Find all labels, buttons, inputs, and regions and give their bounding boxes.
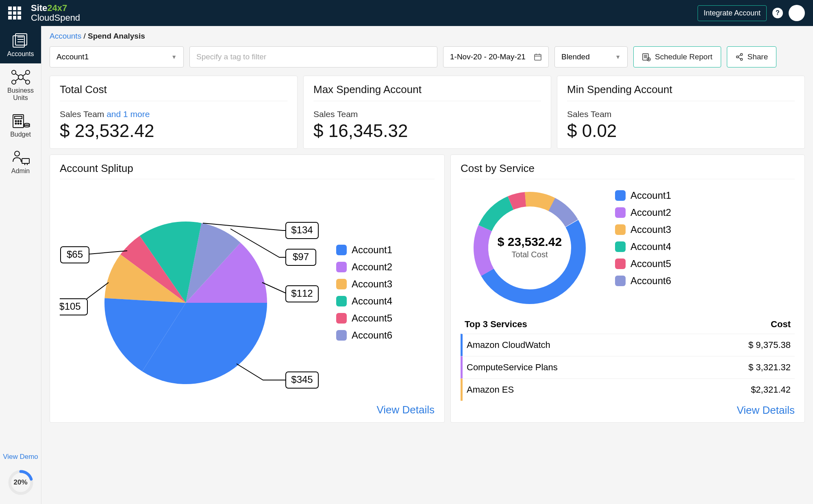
sidebar-item-business-units[interactable]: Business Units [0, 63, 41, 107]
svg-line-12 [15, 78, 19, 81]
sidebar-item-accounts[interactable]: Accounts [0, 26, 41, 63]
admin-icon [11, 150, 31, 166]
cost-by-service-panel: Cost by Service $ 23,532.42 Total Cost [450, 154, 805, 423]
account-select-value: Account1 [57, 52, 89, 61]
callout-value: $134 [291, 224, 313, 235]
legend-label: Account3 [352, 278, 392, 290]
card-value: $ 16,345.32 [313, 121, 541, 141]
svg-point-6 [12, 70, 16, 74]
table-row: Amazon CloudWatch$ 9,375.38 [461, 334, 795, 356]
donut-legend: Account1 Account2 Account3 Account4 Acco… [615, 190, 671, 287]
svg-point-43 [740, 59, 742, 61]
svg-point-8 [12, 80, 16, 84]
service-name: Amazon CloudWatch [467, 340, 748, 350]
tag-placeholder: Specify a tag to filter [196, 52, 266, 61]
legend-label: Account2 [630, 207, 671, 218]
schedule-report-button[interactable]: Schedule Report [633, 46, 721, 67]
account-splitup-panel: Account Splitup [50, 154, 445, 423]
apps-grid-icon[interactable] [8, 7, 21, 20]
panel-title: Cost by Service [461, 162, 795, 179]
share-button[interactable]: Share [727, 46, 777, 67]
sidebar-item-budget[interactable]: Budget [0, 107, 41, 144]
sidebar-item-admin[interactable]: Admin [0, 144, 41, 180]
svg-point-16 [15, 121, 16, 122]
sidebar-item-label: Admin [11, 167, 30, 174]
calendar-icon [534, 53, 542, 61]
callout-value: $97 [293, 251, 309, 262]
card-subtitle-extra[interactable]: and 1 more [107, 109, 150, 119]
cost-type-value: Blended [561, 52, 590, 61]
svg-point-24 [15, 151, 20, 156]
chevron-down-icon: ▼ [615, 54, 621, 60]
logo-subtitle: CloudSpend [31, 13, 80, 23]
callout-value: $105 [60, 301, 81, 312]
svg-line-13 [23, 78, 26, 81]
table-row: ComputeService Plans$ 3,321.32 [461, 356, 795, 378]
min-spending-card: Min Spending Account Sales Team $ 0.02 [557, 76, 805, 149]
breadcrumb-current: Spend Analysis [88, 32, 145, 40]
chevron-down-icon: ▼ [171, 54, 177, 60]
table-header: Cost [771, 319, 791, 330]
view-demo-link[interactable]: View Demo [3, 450, 38, 464]
svg-point-20 [17, 123, 19, 124]
panel-title: Account Splitup [60, 162, 435, 179]
svg-line-11 [23, 74, 26, 76]
share-label: Share [748, 52, 768, 61]
integrate-account-button[interactable]: Integrate Account [698, 5, 767, 21]
breadcrumb-root[interactable]: Accounts [50, 32, 81, 40]
logo-accent: 24x7 [47, 3, 67, 13]
service-cost: $2,321.42 [751, 385, 791, 395]
schedule-label: Schedule Report [655, 52, 713, 61]
service-cost: $ 3,321.32 [748, 362, 791, 373]
callout-value: $112 [291, 288, 313, 299]
card-subtitle: Sales Team [567, 109, 795, 119]
legend-label: Account5 [630, 258, 671, 269]
sidebar-item-label: Budget [10, 131, 31, 138]
max-spending-card: Max Spending Account Sales Team $ 16,345… [303, 76, 551, 149]
progress-value: 20% [7, 469, 34, 496]
svg-point-41 [740, 54, 742, 56]
svg-point-18 [20, 121, 21, 122]
svg-point-23 [24, 125, 30, 127]
date-range-picker[interactable]: 1-Nov-20 - 20-May-21 [443, 46, 549, 67]
legend-label: Account1 [352, 244, 392, 256]
view-details-link[interactable]: View Details [461, 404, 795, 417]
account-splitup-pie-chart: $345 $112 $97 $134 $65 $105 [60, 185, 320, 400]
card-value: $ 0.02 [567, 121, 795, 141]
cost-type-select[interactable]: Blended ▼ [554, 46, 628, 67]
service-cost: $ 9,375.38 [748, 340, 791, 350]
brand-logo: Site24x7 CloudSpend [31, 3, 80, 23]
account-select[interactable]: Account1 ▼ [50, 46, 184, 67]
svg-line-45 [738, 57, 741, 59]
legend-label: Account2 [352, 261, 392, 273]
usage-progress-ring: 20% [7, 469, 34, 496]
svg-point-42 [736, 56, 738, 58]
tag-filter-input[interactable]: Specify a tag to filter [189, 46, 437, 67]
callout-value: $65 [67, 249, 83, 260]
svg-point-9 [26, 80, 30, 84]
budget-icon [11, 113, 31, 129]
donut-center-value: $ 23,532.42 [498, 235, 562, 248]
svg-line-10 [15, 74, 19, 76]
table-header: Top 3 Services [465, 319, 771, 330]
legend-label: Account5 [352, 313, 392, 324]
service-name: Amazon ES [467, 385, 751, 395]
date-range-value: 1-Nov-20 - 20-May-21 [450, 52, 526, 61]
card-title: Max Spending Account [313, 83, 541, 101]
avatar[interactable] [789, 5, 805, 21]
service-name: ComputeService Plans [467, 362, 748, 373]
logo-text: Site [31, 3, 47, 13]
svg-point-5 [18, 75, 23, 80]
svg-line-40 [649, 59, 650, 60]
total-cost-card: Total Cost Sales Team and 1 more $ 23,53… [50, 76, 298, 149]
schedule-icon [642, 52, 651, 61]
svg-point-17 [17, 121, 19, 122]
legend-label: Account6 [352, 330, 392, 341]
svg-point-19 [15, 123, 16, 124]
sidebar: Accounts Business Units Budget Admin Vie… [0, 26, 41, 504]
view-details-link[interactable]: View Details [60, 404, 435, 416]
accounts-icon [11, 32, 30, 49]
legend-label: Account4 [352, 295, 392, 307]
help-icon[interactable]: ? [772, 8, 783, 18]
filter-bar: Account1 ▼ Specify a tag to filter 1-Nov… [50, 46, 805, 67]
